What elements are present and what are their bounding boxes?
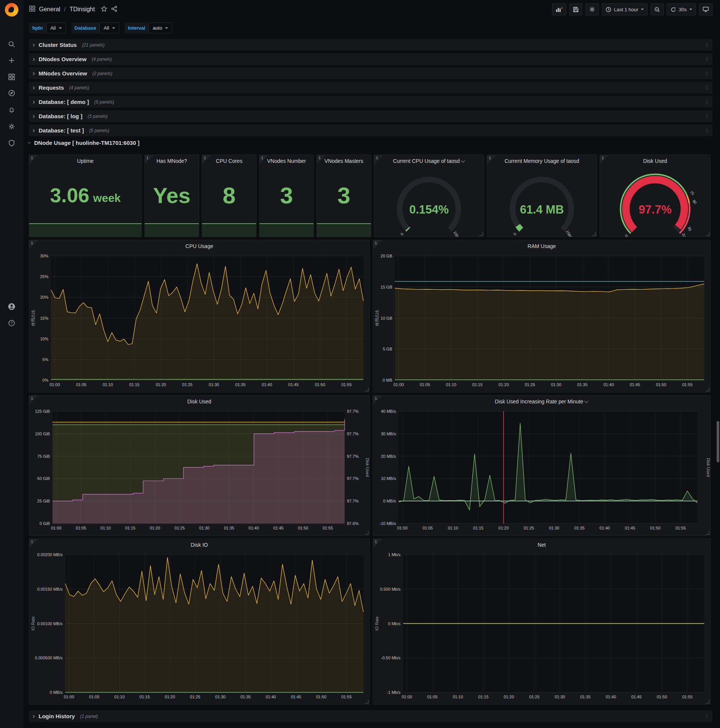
variable-database-value[interactable]: All [99,23,119,34]
svg-text:80: 80 [692,199,698,205]
info-icon[interactable]: i [373,396,382,405]
panel-title[interactable]: RAM Usage [373,240,710,252]
scrollbar-thumb[interactable] [717,421,719,462]
cycle-view-mode-button[interactable] [699,3,712,15]
resize-handle[interactable] [365,388,369,392]
resize-handle[interactable] [592,232,596,236]
info-icon[interactable]: i [487,155,496,164]
breadcrumb-section[interactable]: General [39,6,60,13]
info-icon[interactable]: i [373,240,382,249]
sparkline [202,223,256,237]
svg-text:-1 Mb/s: -1 Mb/s [387,690,401,694]
svg-text:1589: 1589 [565,229,573,237]
add-panel-button[interactable] [552,3,566,15]
panel-title[interactable]: Disk Used Increasing Rate per Minute [373,396,710,408]
info-icon[interactable]: i [29,240,38,249]
resize-handle[interactable] [706,700,709,704]
time-range-picker[interactable]: Last 1 hour [602,3,648,15]
info-icon[interactable]: i [145,155,154,164]
chevron-down-icon [165,28,168,29]
panel-title[interactable]: Net [373,539,710,551]
resize-handle[interactable] [479,232,483,236]
info-icon[interactable]: i [29,539,38,548]
drag-handle[interactable]: ⣿ [705,714,709,719]
svg-text:01:05: 01:05 [89,694,100,699]
breadcrumb-page[interactable]: TDinsight [69,6,95,13]
svg-text:01:15: 01:15 [472,382,483,387]
drag-handle[interactable]: ⣿ [705,128,709,133]
panel-title[interactable]: Current Memory Usage of taosd [487,155,596,167]
legend-header: minmaxavgcurrent [35,391,364,393]
zoom-out-time-button[interactable] [651,3,664,15]
resize-handle[interactable] [706,388,709,392]
svg-text:?: ? [11,321,13,325]
svg-text:-10 MB/s: -10 MB/s [380,521,397,526]
variable-interval-value[interactable]: auto [148,23,172,34]
dashboard-settings-button[interactable] [585,3,599,15]
grafana-logo[interactable] [5,3,18,17]
chevron-down-icon [461,158,465,162]
svg-text:01:55: 01:55 [322,526,333,530]
drag-handle[interactable]: ⣿ [705,99,709,104]
dashboards-icon[interactable] [0,70,23,83]
panel-title[interactable]: Uptime [29,155,141,167]
help-icon[interactable]: ? [0,317,23,329]
drag-handle[interactable]: ⣿ [705,114,709,119]
row-cluster-status[interactable]: ›Cluster Status(21 panels)⣿ [29,39,712,50]
panel-has-mnode: i Has MNode? Yes [144,154,199,237]
panel-title[interactable]: CPU Usage [29,240,369,252]
resize-handle[interactable] [706,531,709,535]
search-icon[interactable] [0,38,23,50]
share-icon[interactable] [111,6,117,14]
resize-handle[interactable] [365,700,369,704]
settings-icon[interactable] [0,120,23,133]
row-database-test[interactable]: ›Database: [ test ](5 panels)⣿ [29,125,712,136]
row-dnode-usage[interactable]: ›DNode Usage [ huolinhe-TM1701:6030 ] [29,139,139,146]
drag-handle[interactable]: ⣿ [705,85,709,90]
panel-title[interactable]: Current CPU Usage of taosd [374,155,484,167]
resize-handle[interactable] [365,531,369,535]
drag-handle[interactable]: ⣿ [705,71,709,76]
refresh-button[interactable]: 30s [667,3,696,15]
explore-icon[interactable] [0,87,23,99]
shield-icon[interactable] [0,136,23,149]
resize-handle[interactable] [706,232,709,236]
svg-text:61.4 MB: 61.4 MB [520,203,564,216]
panel-title[interactable]: Disk Used [600,155,710,167]
svg-text:75 GiB: 75 GiB [37,454,50,459]
info-icon[interactable]: i [29,396,38,405]
svg-text:01:55: 01:55 [675,526,686,530]
svg-text:0.154%: 0.154% [409,203,448,216]
info-icon[interactable]: i [29,155,38,164]
info-icon[interactable]: i [374,155,383,164]
info-icon[interactable]: i [259,155,268,164]
info-icon[interactable]: i [317,155,326,164]
info-icon[interactable]: i [202,155,211,164]
info-icon[interactable]: i [600,155,609,164]
panel-title[interactable]: Disk Used [29,396,369,408]
alerts-icon[interactable] [0,104,23,116]
row-database-demo[interactable]: ›Database: [ demo ](5 panels)⣿ [29,96,712,108]
drag-handle[interactable]: ⣿ [705,43,709,47]
avatar[interactable] [0,300,23,313]
svg-text:01:30: 01:30 [549,526,560,530]
create-icon[interactable] [0,54,23,67]
row-requests[interactable]: ›Requests(4 panels)⣿ [29,82,712,93]
row-database-log[interactable]: ›Database: [ log ](5 panels)⣿ [29,110,712,122]
svg-text:IO Rate: IO Rate [31,616,35,631]
row-mnodes-overview[interactable]: ›MNodes Overview(2 panels)⣿ [29,67,712,79]
svg-text:01:50: 01:50 [656,382,667,387]
variable-fqdn-value[interactable]: All [46,23,66,34]
panel-title[interactable]: Disk IO [29,539,369,551]
row-login-history[interactable]: ›Login History(1 panel)⣿ [29,710,712,722]
svg-text:01:30: 01:30 [555,694,565,699]
drag-handle[interactable]: ⣿ [705,57,709,61]
info-icon[interactable]: i [373,539,382,548]
svg-text:100: 100 [453,230,459,237]
row-dnodes-overview[interactable]: ›DNodes Overview(4 panels)⣿ [29,53,712,65]
legend-ram-usage: minmaxavgcurrenttaosd53.4 MB56.2 MB53.5 … [373,390,710,393]
variables-bar: fqdn All Database All Interval auto [29,23,172,34]
save-dashboard-button[interactable] [569,3,583,15]
star-icon[interactable] [101,6,107,14]
svg-text:0 Mb/s: 0 Mb/s [388,621,401,626]
